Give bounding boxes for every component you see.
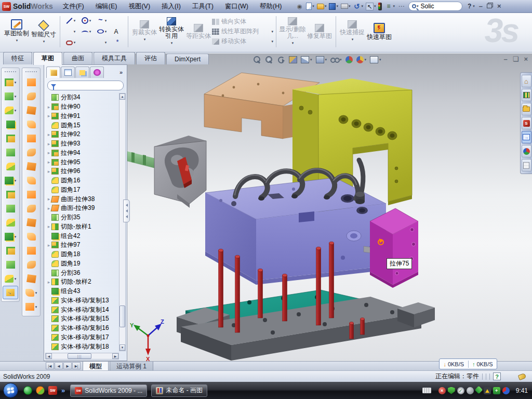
close-icon[interactable]: × (497, 3, 501, 10)
extend-surface-button[interactable] (22, 202, 40, 216)
chevron-down-icon[interactable]: ▾ (15, 277, 17, 281)
untrim-surface-button[interactable] (22, 230, 40, 244)
menu-item[interactable]: 窗口(W) (219, 0, 254, 12)
chevron-down-icon[interactable]: ▾ (89, 19, 91, 23)
nav-prev-button[interactable]: ◀ (55, 362, 63, 369)
delete-face-button[interactable] (22, 216, 40, 230)
taskbar-window-paint[interactable]: 未命名 - 画图 (151, 384, 207, 397)
tree-item[interactable]: 实体-移动/复制15 (45, 314, 119, 324)
menu-item[interactable]: 工具(T) (187, 0, 219, 12)
shield-plus-icon[interactable]: + (493, 387, 500, 394)
file-explorer-button[interactable] (522, 103, 531, 115)
tab-评估[interactable]: 评估 (136, 52, 165, 64)
input-method-icon[interactable] (422, 388, 431, 393)
tree-item[interactable]: ▸曲面-拉伸38 (45, 194, 119, 204)
expand-icon[interactable]: ▸ (46, 169, 51, 174)
tag-icon[interactable] (518, 373, 527, 380)
smart-dimension-button[interactable]: 智能尺寸 ▾ (30, 18, 57, 46)
chevron-down-icon[interactable]: ▾ (144, 36, 146, 43)
save-button[interactable]: ▾ (328, 1, 339, 11)
draft-button[interactable] (2, 244, 19, 258)
circle-blue-icon[interactable] (502, 387, 510, 394)
boundary-surface-button[interactable] (22, 131, 40, 145)
tab-configurationmanager[interactable] (75, 66, 89, 78)
part-side-core-block[interactable] (370, 208, 418, 288)
scrollbar-thumb[interactable] (119, 305, 125, 327)
tree-item[interactable]: 实体-移动/复制14 (45, 305, 119, 314)
swept-surface-button[interactable] (22, 75, 40, 89)
chevron-down-icon[interactable]: ▾ (105, 30, 107, 34)
instant3d-button[interactable] (3, 286, 18, 299)
circle-button[interactable]: ▾ (78, 17, 94, 24)
box-select-button[interactable] (110, 17, 125, 24)
tree-item[interactable]: 实体-移动/复制13 (45, 296, 119, 305)
curve-button[interactable]: ▾ (2, 272, 19, 286)
knob-cylinder[interactable] (355, 192, 365, 204)
nav-next-button[interactable]: ▶ (63, 362, 72, 369)
apply-scene-button[interactable]: ▾ (355, 55, 368, 64)
tree-item[interactable]: 组合43 (45, 287, 119, 296)
chevron-down-icon[interactable]: ▾ (325, 4, 327, 8)
reference-geometry-button[interactable] (2, 258, 19, 272)
tree-item[interactable]: 实体-移动/复制17 (45, 333, 119, 342)
offset-entities-button[interactable]: 等距实体 (185, 23, 212, 41)
split-body-button[interactable] (2, 202, 19, 216)
chevron-down-icon[interactable]: ▾ (271, 30, 273, 34)
scroll-down-icon[interactable]: ▼ (119, 344, 125, 351)
trim-entities-button[interactable]: 剪裁实体 ▾ (131, 19, 158, 44)
delete-body-button[interactable]: ▾ (2, 230, 19, 244)
ball-icon[interactable] (36, 386, 45, 395)
restore-icon[interactable] (487, 3, 493, 8)
point-button[interactable]: * (110, 39, 125, 46)
expand-icon[interactable]: ▸ (46, 113, 51, 118)
convert-entities-button[interactable]: 转换实体引用 ▾ (158, 16, 185, 47)
sketch-text-button[interactable]: A (110, 28, 125, 35)
fillet-button[interactable]: ▾ (2, 103, 19, 117)
chevron-down-icon[interactable]: ▾ (365, 58, 367, 62)
flex-button[interactable] (2, 117, 19, 131)
tab-featuremanager[interactable] (46, 66, 60, 78)
search-input[interactable] (420, 3, 453, 10)
chevron-down-icon[interactable]: ▾ (16, 37, 18, 44)
tab-propertymanager[interactable] (61, 66, 75, 78)
previous-view-button[interactable] (276, 55, 286, 64)
search-box[interactable]: ▾ (408, 2, 462, 11)
menu-item[interactable]: 文件(F) (57, 0, 90, 12)
chevron-down-icon[interactable]: ▾ (352, 36, 354, 43)
panel-splitter-handle[interactable] (123, 200, 130, 222)
scroll-right-icon[interactable]: ▶ (112, 353, 118, 359)
tree-filter-box[interactable] (47, 81, 124, 90)
menu-item[interactable]: 帮助(H) (254, 0, 287, 12)
menu-item[interactable]: 视图(V) (123, 0, 156, 12)
chevron-down-icon[interactable]: ▾ (310, 58, 312, 62)
line-button[interactable]: ▾ (63, 17, 78, 24)
taskbar-clock[interactable]: 9:41 (516, 387, 528, 394)
rectangle-button[interactable]: ▾ (63, 28, 78, 35)
filter-input[interactable] (58, 83, 127, 89)
network-speed-widget[interactable]: ↓ 0KB/S ↑ 0KB/S (439, 358, 497, 369)
chevron-down-icon[interactable]: ▾ (15, 235, 17, 239)
view-orientation-button[interactable]: ▾ (300, 55, 313, 64)
tree-item[interactable]: ▸曲面-拉伸39 (45, 204, 119, 213)
tab-dimxpertmanager[interactable] (90, 66, 104, 78)
tree-item[interactable]: 分割34 (45, 93, 119, 102)
tab-草图[interactable]: 草图 (33, 52, 62, 65)
scrollbar-thumb[interactable]: ||| (68, 353, 91, 359)
dome-button[interactable]: ▾ (22, 286, 40, 300)
expand-icon[interactable]: ▸ (46, 132, 51, 137)
tree-item[interactable]: 实体-移动/复制16 (45, 324, 119, 333)
status-help-button[interactable]: ? (493, 373, 501, 380)
options-button[interactable]: ≡▾ (383, 1, 396, 11)
security-red-icon[interactable]: × (438, 387, 446, 394)
lofted-surface-button[interactable] (22, 117, 40, 131)
chevron-down-icon[interactable]: ▾ (74, 19, 76, 23)
chevron-down-icon[interactable]: ▾ (171, 39, 173, 46)
ellipse-button[interactable]: ▾ (94, 28, 110, 35)
chevron-down-icon[interactable]: ▾ (74, 30, 76, 34)
print-button[interactable]: ▾ (340, 1, 352, 11)
revolved-surface-button[interactable] (22, 89, 40, 103)
design-library-button[interactable] (522, 89, 531, 101)
tab-模具工具[interactable]: 模具工具 (94, 52, 135, 64)
expand-icon[interactable]: ▸ (46, 224, 51, 229)
thicken-button[interactable] (22, 188, 40, 202)
